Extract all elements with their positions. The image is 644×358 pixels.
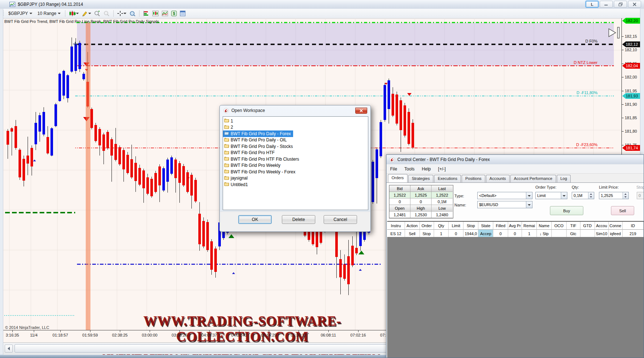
column-header-action[interactable]: Action: [405, 222, 420, 230]
ninjatrader-icon: [389, 157, 395, 162]
price-tick: 182,15: [622, 34, 637, 39]
data-box-icon[interactable]: [128, 10, 137, 17]
candle-body: [90, 109, 93, 128]
column-header-remai[interactable]: Remai: [522, 222, 537, 230]
order-cell-accou: Sim10: [595, 230, 609, 238]
column-header-filled[interactable]: Filled: [493, 222, 508, 230]
candle-body: [162, 168, 165, 190]
workspace-item[interactable]: BWT Fib Grid Pro Daily - OIL: [223, 137, 368, 144]
cancel-button[interactable]: Cancel: [324, 215, 357, 224]
control-center-titlebar[interactable]: Control Center - BWT Fib Grid Pro Daily …: [386, 155, 644, 165]
chevron-down-icon[interactable]: [526, 192, 532, 199]
tab-account-performance[interactable]: Account Performance: [510, 175, 556, 182]
close-icon[interactable]: [355, 108, 367, 114]
chevron-down-icon[interactable]: [526, 201, 532, 208]
tab-orders[interactable]: Orders: [388, 174, 408, 182]
limit-price-stepper[interactable]: 1,2525: [599, 192, 629, 199]
chart-style-icon[interactable]: [67, 10, 80, 17]
workspace-item[interactable]: 1: [223, 118, 368, 124]
candle-body: [214, 249, 217, 272]
atm-type-select[interactable]: <Default>: [477, 192, 532, 199]
zoom-in-icon[interactable]: [93, 10, 102, 17]
go-to-end-bar-icon[interactable]: [617, 27, 619, 38]
toolbar-separator: [113, 10, 114, 17]
column-header-state[interactable]: State: [478, 222, 493, 230]
candle-body: [31, 148, 33, 166]
column-header-qty[interactable]: Qty: [434, 222, 449, 230]
drawing-tools-icon[interactable]: [80, 10, 93, 17]
quantity-stepper[interactable]: 0,1M: [572, 192, 594, 199]
interval-selector[interactable]: 10 Range: [35, 10, 63, 17]
candle-body: [359, 232, 362, 246]
workspace-item[interactable]: jaysignal: [223, 175, 368, 182]
folder-icon: [224, 137, 229, 142]
restore-button[interactable]: [614, 1, 627, 8]
workspace-item-label: Untitled1: [231, 182, 248, 187]
workspace-item[interactable]: BWT Fib Grid Pro HTF: [223, 150, 368, 156]
close-icon[interactable]: [628, 1, 641, 8]
menu-item-help[interactable]: Help: [418, 165, 434, 173]
ok-button[interactable]: OK: [238, 215, 272, 224]
stepper-arrows-icon[interactable]: [623, 192, 628, 199]
candle-body: [58, 74, 61, 101]
market-data-cell: 0: [389, 198, 410, 205]
column-header-gtd[interactable]: GTD: [580, 222, 595, 230]
market-data-cell: 1,2522: [389, 192, 410, 198]
column-header-stop[interactable]: Stop: [463, 222, 478, 230]
properties-icon[interactable]: [178, 10, 187, 17]
crosshair-icon[interactable]: [116, 10, 128, 17]
tab-accounts[interactable]: Accounts: [486, 175, 510, 182]
sell-button[interactable]: Sell: [611, 206, 634, 215]
tab-strategies[interactable]: Strategies: [408, 175, 434, 182]
zoom-out-icon[interactable]: [102, 10, 112, 17]
instrument-selector[interactable]: $GBPJPY: [6, 10, 35, 17]
scroll-left-arrow-icon[interactable]: [5, 345, 13, 353]
workspace-item[interactable]: BWT Fib Grid Pro Daily - Stocks: [223, 143, 368, 150]
candle-body: [154, 173, 157, 192]
name-label: Name:: [454, 203, 466, 207]
minimize-button[interactable]: [600, 1, 613, 8]
workspace-item[interactable]: BWT Fib Grid Pro HTF Fib Clusters: [223, 156, 368, 162]
column-header-tif[interactable]: TIF: [567, 222, 580, 230]
chart-trader-icon[interactable]: [151, 10, 160, 17]
folder-icon: [224, 156, 229, 161]
workspace-item[interactable]: BWT Fib Grid Pro Weekly - Forex: [223, 169, 368, 175]
column-header-accou[interactable]: Accou: [595, 222, 609, 230]
column-header-name[interactable]: Name: [537, 222, 552, 230]
menu-item-file[interactable]: File: [386, 165, 401, 173]
column-header-limit[interactable]: Limit: [449, 222, 463, 230]
dialog-titlebar[interactable]: Open Workspace: [220, 105, 370, 116]
candle-body: [376, 149, 378, 178]
buy-button[interactable]: Buy: [550, 206, 583, 215]
column-header-avg-pr[interactable]: Avg Pr: [508, 222, 522, 230]
column-header-id[interactable]: ID: [623, 222, 644, 230]
indicators-icon[interactable]: [160, 10, 170, 17]
candle-body: [102, 134, 105, 151]
tab-positions[interactable]: Positions: [462, 175, 485, 182]
workspace-item[interactable]: BWT Fib Grid Pro Daily - Forex: [223, 130, 293, 137]
column-header-order[interactable]: Order: [420, 222, 434, 230]
instrument-name-select[interactable]: $EURUSD: [477, 201, 532, 208]
order-row[interactable]: ES 12SellStop101944,0Accep001↓ StpGtcSim…: [387, 230, 644, 238]
order-type-select[interactable]: Limit: [535, 192, 567, 199]
chevron-down-icon[interactable]: [561, 192, 567, 199]
menu-item-[interactable]: [+/-]: [434, 165, 449, 173]
menu-item-tools[interactable]: Tools: [401, 165, 418, 173]
link-button[interactable]: L: [586, 1, 599, 8]
tab-executions[interactable]: Executions: [434, 175, 461, 182]
workspace-list[interactable]: 12BWT Fib Grid Pro Daily - ForexBWT Fib …: [223, 116, 368, 210]
column-header-instru[interactable]: Instru: [387, 222, 405, 230]
tab-log[interactable]: Log: [557, 175, 571, 182]
column-header-conne[interactable]: Conne: [609, 222, 623, 230]
column-header-oco[interactable]: OCO: [552, 222, 567, 230]
buy-signal-arrow-icon: [33, 160, 36, 161]
workspace-item[interactable]: Untitled1: [223, 181, 368, 188]
horizontal-grid-icon[interactable]: [141, 10, 151, 17]
workspace-item[interactable]: 2: [223, 124, 368, 131]
chart-window-titlebar[interactable]: $GBPJPY (10 Range) 04.11.2014 L: [0, 0, 644, 9]
delete-button[interactable]: Delete: [282, 215, 315, 224]
workspace-item[interactable]: BWT Fib Grid Pro Weekly: [223, 162, 368, 169]
stepper-arrows-icon[interactable]: [588, 192, 594, 199]
fundamental-data-icon[interactable]: $: [170, 10, 178, 17]
tick-mark: [622, 104, 624, 105]
